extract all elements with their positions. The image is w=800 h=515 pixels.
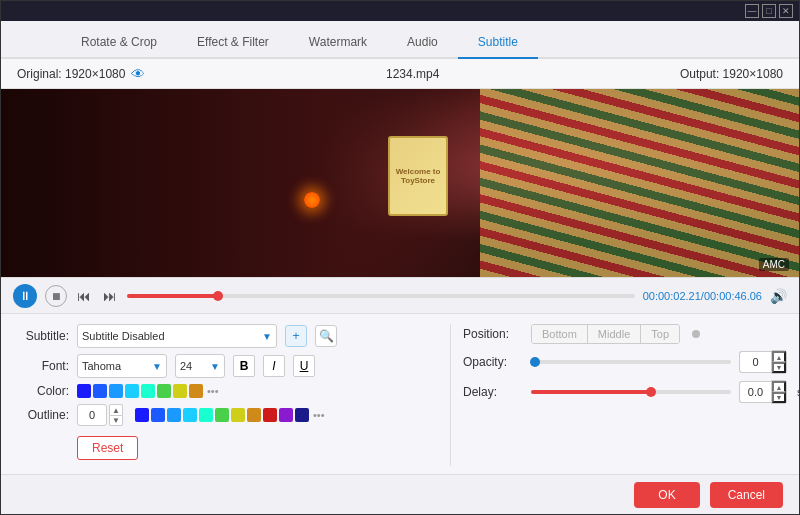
subtitle-value: Subtitle Disabled: [82, 330, 165, 342]
subtitle-label: Subtitle:: [17, 329, 69, 343]
color-swatch-8[interactable]: [189, 384, 203, 398]
eye-icon[interactable]: 👁: [131, 66, 145, 82]
position-middle-button[interactable]: Middle: [588, 325, 641, 343]
opacity-thumb[interactable]: [530, 357, 540, 367]
color-swatch-3[interactable]: [109, 384, 123, 398]
outline-swatch-1[interactable]: [135, 408, 149, 422]
add-subtitle-button[interactable]: +: [285, 325, 307, 347]
main-window: — □ ✕ Rotate & Crop Effect & Filter Wate…: [0, 0, 800, 515]
outline-down-arrow[interactable]: ▼: [109, 415, 123, 426]
delay-row: Delay: ▲ ▼ s: [463, 380, 783, 404]
delay-up-btn[interactable]: ▲: [772, 381, 786, 392]
original-resolution: Original: 1920×1080: [17, 67, 125, 81]
opacity-down-btn[interactable]: ▼: [772, 362, 786, 373]
reset-button[interactable]: Reset: [77, 436, 138, 460]
opacity-value-input[interactable]: [739, 351, 771, 373]
font-value: Tahoma: [82, 360, 121, 372]
delay-value-input[interactable]: [739, 381, 771, 403]
delay-down-btn[interactable]: ▼: [772, 392, 786, 403]
outline-swatch-11[interactable]: [295, 408, 309, 422]
search-subtitle-button[interactable]: 🔍: [315, 325, 337, 347]
stop-button[interactable]: ⏹: [45, 285, 67, 307]
outline-swatch-6[interactable]: [215, 408, 229, 422]
opacity-spinner-btns: ▲ ▼: [771, 350, 787, 374]
outline-swatch-8[interactable]: [247, 408, 261, 422]
color-row: Color: •••: [17, 384, 438, 398]
panel-content: Subtitle: Subtitle Disabled ▼ + 🔍 Font: …: [17, 324, 783, 466]
outline-color-swatches: •••: [135, 408, 325, 422]
minimize-button[interactable]: —: [745, 4, 759, 18]
tab-rotate[interactable]: Rotate & Crop: [61, 27, 177, 59]
color-more-dots[interactable]: •••: [207, 385, 219, 397]
font-row: Font: Tahoma ▼ 24 ▼ B I U: [17, 354, 438, 378]
outline-swatch-3[interactable]: [167, 408, 181, 422]
delay-spinner: ▲ ▼: [739, 380, 787, 404]
outline-swatch-10[interactable]: [279, 408, 293, 422]
progress-thumb[interactable]: [213, 291, 223, 301]
opacity-slider[interactable]: [531, 360, 731, 364]
outline-more-dots[interactable]: •••: [313, 409, 325, 421]
color-swatch-4[interactable]: [125, 384, 139, 398]
position-group: Bottom Middle Top: [531, 324, 680, 344]
volume-icon[interactable]: 🔊: [770, 288, 787, 304]
pause-button[interactable]: ⏸: [13, 284, 37, 308]
left-panel: Subtitle: Subtitle Disabled ▼ + 🔍 Font: …: [17, 324, 438, 466]
outline-up-arrow[interactable]: ▲: [109, 404, 123, 415]
outline-value-input[interactable]: [77, 404, 107, 426]
time-current: 00:00:02.21: [643, 290, 701, 302]
bold-button[interactable]: B: [233, 355, 255, 377]
color-swatch-5[interactable]: [141, 384, 155, 398]
progress-bar[interactable]: [127, 294, 635, 298]
outline-spinner-arrows: ▲ ▼: [109, 404, 123, 426]
ok-button[interactable]: OK: [634, 482, 699, 508]
outline-swatch-2[interactable]: [151, 408, 165, 422]
tab-bar: Rotate & Crop Effect & Filter Watermark …: [1, 21, 799, 59]
outline-label: Outline:: [17, 408, 69, 422]
close-button[interactable]: ✕: [779, 4, 793, 18]
opacity-label: Opacity:: [463, 355, 523, 369]
underline-button[interactable]: U: [293, 355, 315, 377]
opacity-row: Opacity: ▲ ▼: [463, 350, 783, 374]
position-row: Position: Bottom Middle Top: [463, 324, 783, 344]
delay-thumb[interactable]: [646, 387, 656, 397]
tab-effect[interactable]: Effect & Filter: [177, 27, 289, 59]
video-preview: Welcome to ToyStore AMC: [1, 89, 799, 277]
delay-label: Delay:: [463, 385, 523, 399]
outline-row: Outline: ▲ ▼: [17, 404, 438, 426]
color-swatch-6[interactable]: [157, 384, 171, 398]
outline-swatch-4[interactable]: [183, 408, 197, 422]
outline-swatch-5[interactable]: [199, 408, 213, 422]
opacity-spinner: ▲ ▼: [739, 350, 787, 374]
font-select[interactable]: Tahoma ▼: [77, 354, 167, 378]
color-swatch-1[interactable]: [77, 384, 91, 398]
cancel-button[interactable]: Cancel: [710, 482, 783, 508]
tab-subtitle[interactable]: Subtitle: [458, 27, 538, 59]
position-indicator: [692, 330, 700, 338]
color-swatches: •••: [77, 384, 219, 398]
rewind-button[interactable]: ⏮: [75, 286, 93, 306]
position-bottom-button[interactable]: Bottom: [532, 325, 588, 343]
outline-swatch-7[interactable]: [231, 408, 245, 422]
delay-spinner-btns: ▲ ▼: [771, 380, 787, 404]
maximize-button[interactable]: □: [762, 4, 776, 18]
time-display: 00:00:02.21/00:00:46.06: [643, 290, 762, 302]
title-bar: — □ ✕: [1, 1, 799, 21]
progress-fill: [127, 294, 218, 298]
tab-audio[interactable]: Audio: [387, 27, 458, 59]
opacity-up-btn[interactable]: ▲: [772, 351, 786, 362]
color-swatch-7[interactable]: [173, 384, 187, 398]
outline-swatch-9[interactable]: [263, 408, 277, 422]
prop-book: Welcome to ToyStore: [388, 136, 448, 216]
position-top-button[interactable]: Top: [641, 325, 679, 343]
opacity-slider-container: [531, 360, 731, 364]
subtitle-row: Subtitle: Subtitle Disabled ▼ + 🔍: [17, 324, 438, 348]
subtitle-select[interactable]: Subtitle Disabled ▼: [77, 324, 277, 348]
italic-button[interactable]: I: [263, 355, 285, 377]
forward-button[interactable]: ⏭: [101, 286, 119, 306]
delay-slider-container: [531, 390, 731, 394]
reset-row: Reset: [17, 432, 438, 460]
size-select[interactable]: 24 ▼: [175, 354, 225, 378]
color-swatch-2[interactable]: [93, 384, 107, 398]
delay-slider[interactable]: [531, 390, 731, 394]
tab-watermark[interactable]: Watermark: [289, 27, 387, 59]
